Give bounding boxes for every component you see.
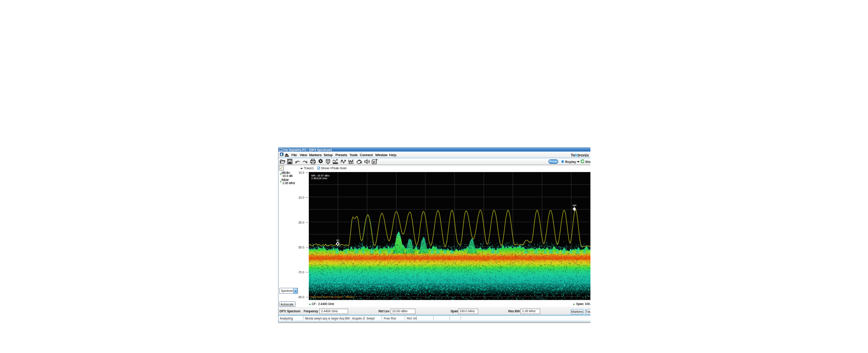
svg-text:Data from warm-up period ... M: Data from warm-up period ... More>> <box>311 295 355 298</box>
svg-text:2.481126 GHz: 2.481126 GHz <box>311 177 327 180</box>
svg-text:MR: MR <box>572 204 576 206</box>
svg-text:MR: -19.97 dBm: MR: -19.97 dBm <box>311 174 330 176</box>
svg-text:P: P <box>373 160 376 164</box>
svg-text:M1: M1 <box>336 239 340 242</box>
